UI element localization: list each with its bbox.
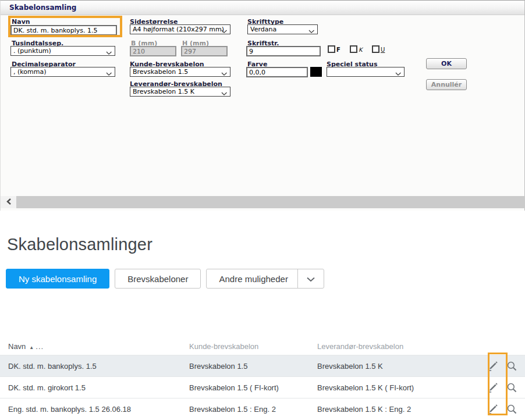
leverandor-brevskabelon-select[interactable]: Brevskabelon 1.5 K — [130, 87, 230, 97]
decimalseparator-select[interactable]: , (komma) — [10, 67, 115, 77]
chevron-down-icon — [221, 70, 228, 77]
chevron-down-icon — [221, 28, 228, 34]
row-customer: Brevskabelon 1.5 ( FI-kort) — [189, 383, 317, 392]
tusindtalssep-value: . (punktum) — [13, 47, 51, 55]
row-supplier: Brevskabelon 1.5 K ( FI-kort) — [317, 383, 487, 392]
chevron-down-icon — [106, 70, 112, 77]
kunde-brevskabelon-value: Brevskabelon 1.5 — [133, 68, 188, 76]
andre-muligheder-label: Andre muligheder — [207, 274, 297, 284]
skabelonsamling-dialog: Skabelonsamling Navn Tusindtalssep. . (p… — [0, 0, 525, 211]
tusindtalssep-select[interactable]: . (punktum) — [10, 46, 115, 56]
column-header-leverandor-brevskabelon[interactable]: Leverandør-brevskabelon — [317, 342, 487, 351]
navn-input[interactable] — [10, 25, 117, 35]
row-customer: Brevskabelon 1.5 : Eng. 2 — [189, 405, 317, 414]
horizontal-scrollbar[interactable] — [1, 196, 525, 208]
brevskabeloner-button[interactable]: Brevskabeloner — [115, 269, 201, 289]
bold-checkbox[interactable] — [328, 45, 335, 53]
andre-muligheder-button[interactable]: Andre muligheder — [206, 269, 324, 289]
edit-icon[interactable] — [487, 403, 499, 415]
sort-ascending-icon: ▲ — [29, 345, 34, 350]
table-row[interactable]: Eng. std. m. bankoplys. 1.5 26.06.18 Bre… — [0, 398, 525, 419]
sidestorrelse-value: A4 højformat (210x297 mm) — [133, 26, 224, 33]
header-more-dots[interactable]: ... — [36, 342, 44, 351]
italic-checkbox[interactable] — [350, 45, 357, 53]
skrifttype-select[interactable]: Verdana — [247, 24, 318, 34]
page-title: Skabelonsamlinger — [7, 235, 525, 254]
new-skabelonsamling-button[interactable]: Ny skabelonsamling — [6, 269, 109, 289]
underline-checkbox[interactable] — [372, 45, 379, 53]
sidestorrelse-select[interactable]: A4 højformat (210x297 mm) — [130, 24, 230, 34]
table-header-row: Navn▲... Kunde-brevskabelon Leverandør-b… — [0, 337, 525, 355]
leverandor-brevskabelon-value: Brevskabelon 1.5 K — [133, 88, 194, 95]
column-header-navn[interactable]: Navn▲... — [0, 342, 189, 351]
farve-input[interactable] — [246, 67, 308, 77]
row-supplier: Brevskabelon 1.5 K : Eng. 2 — [317, 405, 487, 414]
decimalseparator-value: , (komma) — [13, 68, 46, 76]
table-row[interactable]: DK. std. m. girokort 1.5 Brevskabelon 1.… — [0, 376, 525, 398]
row-supplier: Brevskabelon 1.5 K — [317, 362, 487, 371]
bold-checkbox-label: F — [336, 47, 340, 53]
underline-checkbox-label: U — [381, 47, 385, 53]
row-name: DK. std. m. girokort 1.5 — [0, 383, 189, 392]
column-header-kunde-brevskabelon[interactable]: Kunde-brevskabelon — [189, 342, 317, 351]
row-name: Eng. std. m. bankoplys. 1.5 26.06.18 — [0, 405, 189, 414]
row-name: DK. std. m. bankoplys. 1.5 — [0, 362, 189, 371]
speciel-status-select[interactable] — [327, 67, 405, 77]
italic-checkbox-label: K — [359, 47, 363, 53]
edit-icon[interactable] — [487, 360, 499, 372]
ok-button[interactable]: OK — [426, 58, 467, 69]
toolbar: Ny skabelonsamling Brevskabeloner Andre … — [6, 269, 525, 289]
table-row[interactable]: DK. std. m. bankoplys. 1.5 Brevskabelon … — [0, 355, 525, 376]
color-swatch[interactable] — [310, 67, 322, 77]
scrollbar-thumb[interactable] — [16, 196, 525, 208]
edit-icon[interactable] — [487, 381, 499, 394]
chevron-down-icon — [307, 274, 315, 284]
h-mm-input — [181, 46, 228, 56]
cancel-button[interactable]: Annullér — [426, 79, 467, 90]
skabelonsamlinger-table: Navn▲... Kunde-brevskabelon Leverandør-b… — [0, 337, 525, 419]
chevron-down-icon — [395, 70, 402, 77]
dropdown-toggle[interactable] — [298, 274, 324, 284]
row-customer: Brevskabelon 1.5 — [189, 362, 317, 371]
dialog-title: Skabelonsamling — [1, 1, 524, 15]
magnifier-icon[interactable] — [505, 381, 518, 394]
chevron-down-icon — [221, 90, 228, 97]
skrifttype-value: Verdana — [250, 26, 276, 33]
magnifier-icon[interactable] — [505, 360, 518, 372]
skriftstr-input[interactable] — [246, 46, 321, 56]
scroll-left-button[interactable] — [1, 196, 16, 208]
magnifier-icon[interactable] — [505, 403, 518, 415]
chevron-left-icon — [6, 198, 11, 207]
chevron-down-icon — [308, 28, 315, 34]
b-mm-input — [130, 46, 176, 56]
kunde-brevskabelon-select[interactable]: Brevskabelon 1.5 — [130, 67, 230, 77]
chevron-down-icon — [106, 49, 112, 56]
navn-header-label: Navn — [8, 342, 26, 351]
